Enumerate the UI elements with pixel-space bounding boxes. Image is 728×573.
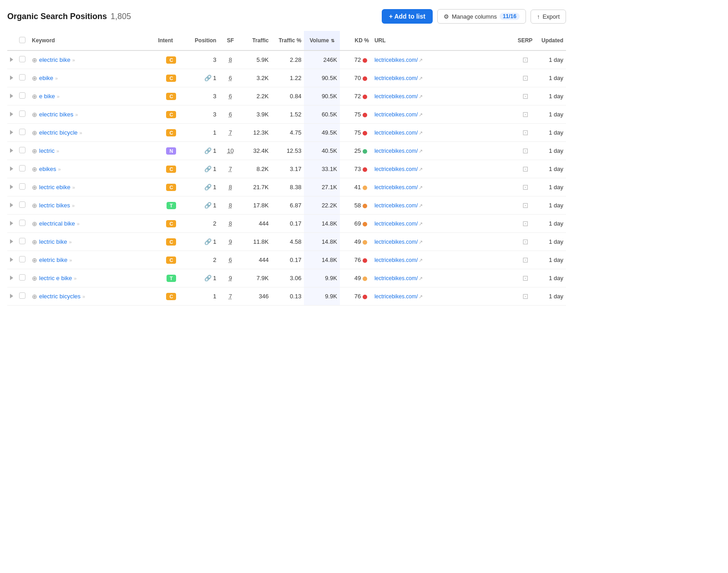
row-checkbox[interactable]: [19, 147, 25, 153]
url-link[interactable]: lectricebikes.com/: [374, 166, 418, 172]
row-expand[interactable]: [7, 196, 16, 215]
serp-preview-icon[interactable]: ⊡: [522, 74, 528, 82]
chevron-icon[interactable]: [10, 203, 13, 207]
chevron-icon[interactable]: [10, 112, 13, 116]
keyword-link[interactable]: ⊕ electric bike »: [32, 56, 152, 64]
row-expand[interactable]: [7, 69, 16, 87]
url-link[interactable]: lectricebikes.com/: [374, 111, 418, 118]
row-updated-cell: 1 day: [536, 124, 566, 142]
row-checkbox[interactable]: [19, 56, 25, 62]
row-expand[interactable]: [7, 124, 16, 142]
keyword-link[interactable]: ⊕ lectric »: [32, 147, 152, 155]
keyword-link[interactable]: ⊕ electric bikes »: [32, 111, 152, 118]
keyword-link[interactable]: ⊕ electric bicycles »: [32, 293, 152, 300]
row-expand[interactable]: [7, 142, 16, 160]
row-expand[interactable]: [7, 215, 16, 233]
export-button[interactable]: ↑ Export: [531, 10, 566, 24]
serp-preview-icon[interactable]: ⊡: [522, 201, 528, 209]
url-link[interactable]: lectricebikes.com/: [374, 221, 418, 227]
url-link[interactable]: lectricebikes.com/: [374, 57, 418, 63]
row-checkbox[interactable]: [19, 220, 25, 226]
row-expand[interactable]: [7, 160, 16, 178]
row-checkbox[interactable]: [19, 183, 25, 190]
url-link[interactable]: lectricebikes.com/: [374, 184, 418, 191]
serp-preview-icon[interactable]: ⊡: [522, 92, 528, 100]
row-kd-cell: 73: [340, 160, 372, 178]
row-expand[interactable]: [7, 251, 16, 269]
keyword-link[interactable]: ⊕ electrical bike »: [32, 220, 152, 227]
chevron-icon[interactable]: [10, 276, 13, 280]
serp-preview-icon[interactable]: ⊡: [522, 183, 528, 191]
row-expand[interactable]: [7, 50, 16, 69]
add-to-list-button[interactable]: + Add to list: [382, 9, 433, 24]
url-link[interactable]: lectricebikes.com/: [374, 130, 418, 136]
row-volume-cell: 33.1K: [304, 160, 339, 178]
serp-preview-icon[interactable]: ⊡: [522, 111, 528, 118]
external-link-icon: ↗: [419, 166, 423, 172]
manage-columns-button[interactable]: ⚙ Manage columns 11/16: [437, 9, 526, 24]
chevron-icon[interactable]: [10, 57, 13, 62]
row-expand[interactable]: [7, 87, 16, 106]
serp-preview-icon[interactable]: ⊡: [522, 129, 528, 136]
row-checkbox[interactable]: [19, 201, 25, 208]
url-link[interactable]: lectricebikes.com/: [374, 257, 418, 263]
serp-preview-icon[interactable]: ⊡: [522, 165, 528, 173]
row-checkbox[interactable]: [19, 129, 25, 135]
row-checkbox[interactable]: [19, 256, 25, 262]
keyword-arrow-icon: »: [69, 239, 71, 245]
serp-preview-icon[interactable]: ⊡: [522, 292, 528, 300]
row-checkbox[interactable]: [19, 92, 25, 99]
serp-preview-icon[interactable]: ⊡: [522, 147, 528, 155]
serp-preview-icon[interactable]: ⊡: [522, 256, 528, 264]
row-checkbox[interactable]: [19, 274, 25, 281]
row-checkbox[interactable]: [19, 111, 25, 117]
keyword-link[interactable]: ⊕ lectric e bike »: [32, 275, 152, 282]
select-all-checkbox[interactable]: [19, 37, 25, 43]
chevron-icon[interactable]: [10, 294, 13, 298]
position-value: 3: [213, 56, 216, 63]
keyword-link[interactable]: ⊕ lectric ebike »: [32, 184, 152, 191]
chevron-icon[interactable]: [10, 221, 13, 226]
serp-preview-icon[interactable]: ⊡: [522, 274, 528, 282]
row-expand[interactable]: [7, 269, 16, 287]
table-row: ⊕ electric bikes » C363.9K1.5260.5K75 le…: [7, 106, 566, 124]
row-checkbox[interactable]: [19, 74, 25, 80]
keyword-link[interactable]: ⊕ ebike »: [32, 75, 152, 82]
serp-preview-icon[interactable]: ⊡: [522, 238, 528, 246]
row-checkbox[interactable]: [19, 292, 25, 299]
row-serp-cell: ⊡: [514, 142, 536, 160]
keyword-link[interactable]: ⊕ electric bicycle »: [32, 129, 152, 136]
chevron-icon[interactable]: [10, 239, 13, 244]
chevron-icon[interactable]: [10, 130, 13, 135]
row-expand[interactable]: [7, 178, 16, 196]
url-link[interactable]: lectricebikes.com/: [374, 275, 418, 281]
row-expand[interactable]: [7, 233, 16, 251]
keyword-link[interactable]: ⊕ lectric bikes »: [32, 202, 152, 209]
keyword-link[interactable]: ⊕ ebikes »: [32, 166, 152, 173]
keyword-link[interactable]: ⊕ e bike »: [32, 93, 152, 100]
sf-value: 6: [229, 93, 232, 100]
url-link[interactable]: lectricebikes.com/: [374, 93, 418, 100]
row-checkbox[interactable]: [19, 165, 25, 171]
keyword-link[interactable]: ⊕ lectric bike »: [32, 238, 152, 246]
url-link[interactable]: lectricebikes.com/: [374, 293, 418, 300]
chevron-icon[interactable]: [10, 257, 13, 262]
url-link[interactable]: lectricebikes.com/: [374, 239, 418, 245]
url-link[interactable]: lectricebikes.com/: [374, 75, 418, 81]
chevron-icon[interactable]: [10, 75, 13, 80]
url-link[interactable]: lectricebikes.com/: [374, 148, 418, 154]
row-expand[interactable]: [7, 287, 16, 306]
url-link[interactable]: lectricebikes.com/: [374, 202, 418, 209]
th-url: URL: [372, 31, 514, 50]
chevron-icon[interactable]: [10, 185, 13, 189]
keyword-link[interactable]: ⊕ eletric bike »: [32, 256, 152, 264]
row-checkbox[interactable]: [19, 238, 25, 244]
th-traffic-pct: Traffic %: [271, 31, 304, 50]
add-keyword-icon: ⊕: [32, 220, 37, 227]
chevron-icon[interactable]: [10, 94, 13, 98]
chevron-icon[interactable]: [10, 148, 13, 153]
serp-preview-icon[interactable]: ⊡: [522, 220, 528, 227]
row-expand[interactable]: [7, 106, 16, 124]
serp-preview-icon[interactable]: ⊡: [522, 56, 528, 64]
chevron-icon[interactable]: [10, 166, 13, 171]
